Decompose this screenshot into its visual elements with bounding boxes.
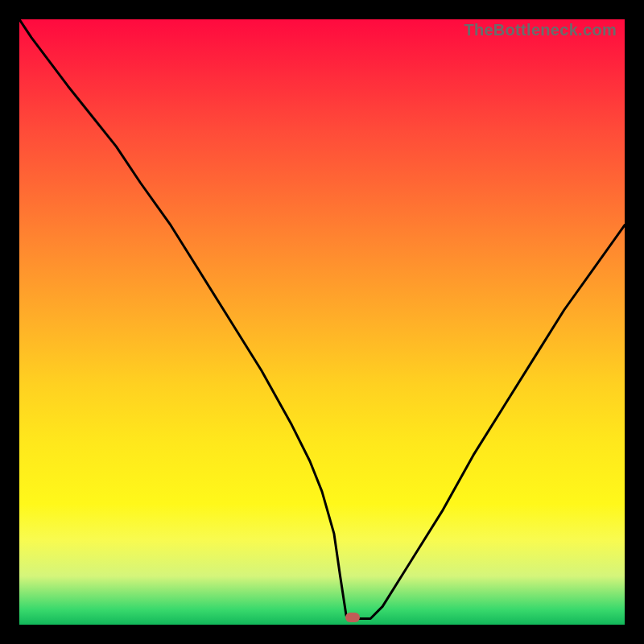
bottleneck-curve: [19, 19, 625, 625]
plot-area: TheBottleneck.com: [19, 19, 625, 625]
chart-frame: TheBottleneck.com: [0, 0, 644, 644]
